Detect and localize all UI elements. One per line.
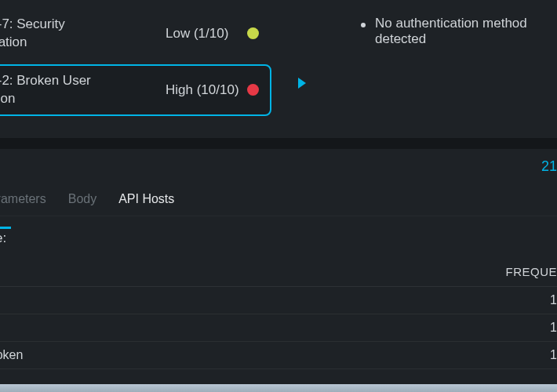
bullet-icon xyxy=(361,23,366,27)
result-count: 21 xyxy=(541,158,557,175)
tab-api-hosts[interactable]: API Hosts xyxy=(118,192,174,206)
cell-frequency: 1 xyxy=(240,314,557,341)
cell-name xyxy=(0,286,240,314)
severity-dot-icon xyxy=(247,84,259,96)
risk-title: I-7: Security ration xyxy=(0,16,166,52)
table-row: n-token1 xyxy=(0,341,557,368)
tabs: ParametersBodyAPI Hosts xyxy=(0,175,557,216)
detail-text: No authentication method detected xyxy=(375,16,541,47)
risk-severity: Low (1/10) xyxy=(166,26,244,42)
count-bar: 21 xyxy=(0,149,557,175)
table-row: 1 xyxy=(0,286,557,314)
cell-name: n-token xyxy=(0,341,240,368)
section-label: ype: xyxy=(0,216,557,257)
risk-row-i7[interactable]: I-7: Security rationLow (1/10) xyxy=(0,8,271,60)
risk-detail: No authentication method detected xyxy=(329,8,557,116)
col-header-name xyxy=(0,257,240,287)
headers-table: FREQUE 1ent1n-token1 xyxy=(0,257,557,369)
risk-arrow xyxy=(295,8,306,116)
active-tab-underline xyxy=(0,227,11,229)
risk-row-i2[interactable]: I-2: Broken User tionHigh (10/10) xyxy=(0,64,271,116)
severity-dot-icon xyxy=(247,27,259,39)
cell-frequency: 1 xyxy=(240,286,557,314)
section-divider xyxy=(0,138,557,149)
risk-title: I-2: Broken User tion xyxy=(0,72,166,108)
detail-item: No authentication method detected xyxy=(361,16,541,47)
chevron-right-icon xyxy=(298,78,306,89)
table-row: ent1 xyxy=(0,314,557,341)
col-header-frequency: FREQUE xyxy=(240,257,557,287)
risk-panel: I-7: Security rationLow (1/10)I-2: Broke… xyxy=(0,0,557,132)
tab-body[interactable]: Body xyxy=(68,192,96,206)
risks-list: I-7: Security rationLow (1/10)I-2: Broke… xyxy=(0,8,271,116)
cell-name: ent xyxy=(0,314,240,341)
cell-frequency: 1 xyxy=(240,341,557,368)
tab-parameters[interactable]: Parameters xyxy=(0,192,46,206)
risk-severity: High (10/10) xyxy=(166,82,244,98)
footer-strip xyxy=(0,384,557,392)
